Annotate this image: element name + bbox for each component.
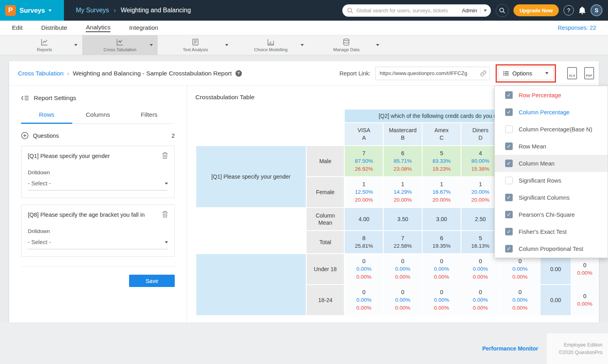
chevron-down-icon[interactable] bbox=[150, 44, 153, 46]
export-pdf-button[interactable]: PDF bbox=[584, 67, 594, 79]
options-menu-item[interactable]: ✓Column Percentage bbox=[495, 104, 608, 121]
options-menu-item-label: Column Mean bbox=[519, 160, 554, 167]
cross-tab-icon bbox=[116, 38, 124, 46]
report-settings-header: Report Settings bbox=[21, 94, 175, 102]
options-menu-item[interactable]: ✓Fisher's Exact Test bbox=[495, 223, 608, 240]
drilldown-select[interactable]: - Select - bbox=[28, 239, 168, 249]
search-button[interactable] bbox=[496, 4, 509, 17]
toolbar-item-cross-tabulation[interactable]: Cross-Tabulation bbox=[82, 35, 158, 55]
chevron-down-icon[interactable] bbox=[376, 44, 379, 46]
tab-columns[interactable]: Columns bbox=[72, 111, 124, 123]
chevron-down-icon bbox=[165, 241, 168, 243]
tab-distribute[interactable]: Distribute bbox=[41, 24, 67, 31]
link-icon[interactable] bbox=[480, 70, 486, 77]
drilldown-select[interactable]: - Select - bbox=[28, 180, 168, 191]
checkbox-checked-icon[interactable]: ✓ bbox=[505, 228, 513, 235]
chevron-down-icon bbox=[165, 183, 168, 185]
product-name: Surveys bbox=[19, 7, 45, 14]
data-cell: 112.50%20.00% bbox=[345, 177, 383, 207]
tab-filters[interactable]: Filters bbox=[124, 111, 175, 123]
options-menu-item[interactable]: ✓Column Mean bbox=[495, 155, 608, 172]
chevron-down-icon bbox=[545, 72, 548, 74]
tab-edit[interactable]: Edit bbox=[12, 24, 23, 31]
options-button-label: Options bbox=[512, 70, 532, 77]
chevron-down-icon[interactable] bbox=[225, 44, 228, 46]
options-menu-item[interactable]: ✓Column Proportional Test bbox=[495, 240, 608, 257]
save-button[interactable]: Save bbox=[129, 275, 175, 287]
performance-monitor-link[interactable]: Performance Monitor bbox=[482, 345, 538, 352]
trash-icon[interactable] bbox=[162, 211, 168, 218]
trash-icon[interactable] bbox=[162, 152, 168, 159]
options-menu-item-label: Pearson's Chi-Square bbox=[519, 212, 575, 218]
column-header: DinersD bbox=[461, 123, 500, 145]
options-menu-item[interactable]: Column Percentage(Base N) bbox=[495, 121, 608, 138]
topbar-actions: Admin Upgrade Now ? S bbox=[342, 4, 608, 17]
chevron-down-icon[interactable] bbox=[301, 44, 304, 46]
data-cell: 00.00%0.00% bbox=[384, 285, 422, 315]
help-icon[interactable]: ? bbox=[564, 5, 574, 15]
toolbar-item-reports[interactable]: Reports bbox=[7, 35, 82, 55]
options-menu-item-label: Column Percentage bbox=[519, 109, 569, 116]
breadcrumb-my-surveys[interactable]: My Surveys bbox=[76, 7, 109, 14]
data-cell: 00.00%0.00% bbox=[423, 254, 461, 284]
chevron-down-icon[interactable] bbox=[74, 44, 77, 46]
tab-analytics[interactable]: Analytics bbox=[86, 24, 110, 32]
checkbox-checked-icon[interactable]: ✓ bbox=[505, 160, 513, 167]
export-xls-button[interactable]: XLS bbox=[567, 67, 577, 79]
breadcrumb-current: Weighting and Balancing bbox=[121, 7, 191, 14]
data-cell: 787.50%26.92% bbox=[345, 146, 383, 176]
collapse-panel-icon[interactable] bbox=[21, 95, 29, 101]
breadcrumb-cross-tabulation-link[interactable]: Cross Tabulation bbox=[18, 70, 64, 77]
tab-rows[interactable]: Rows bbox=[21, 111, 72, 124]
options-menu-item[interactable]: ✓Row Percentage bbox=[495, 87, 608, 104]
checkbox-checked-icon[interactable]: ✓ bbox=[505, 108, 513, 116]
help-icon[interactable]: ? bbox=[235, 70, 242, 77]
options-menu-item-label: Significant Columns bbox=[519, 195, 569, 201]
row-label: Column Mean bbox=[307, 208, 344, 230]
report-link-url[interactable] bbox=[380, 70, 480, 76]
global-search[interactable]: Admin bbox=[342, 4, 491, 17]
options-menu-item-label: Significant Rows bbox=[519, 177, 561, 184]
settings-tabs: Rows Columns Filters bbox=[21, 111, 175, 124]
chevron-down-icon[interactable] bbox=[484, 10, 487, 12]
total-cell: 722.58% bbox=[384, 231, 422, 253]
checkbox-checked-icon[interactable]: ✓ bbox=[505, 245, 513, 252]
options-button[interactable]: Options bbox=[498, 67, 554, 80]
upgrade-button[interactable]: Upgrade Now bbox=[513, 4, 559, 16]
checkbox-checked-icon[interactable]: ✓ bbox=[505, 211, 513, 218]
breadcrumb-separator: › bbox=[67, 70, 69, 77]
total-cell: 825.81% bbox=[345, 231, 383, 253]
options-menu-item[interactable]: ✓Significant Columns bbox=[495, 189, 608, 206]
add-question-icon[interactable] bbox=[21, 132, 29, 139]
toolbar-item-choice-modelling[interactable]: Choice Modelling bbox=[233, 35, 309, 55]
product-switcher[interactable]: P Surveys bbox=[0, 0, 64, 21]
select-value: - Select - bbox=[28, 180, 51, 187]
notifications-bell-icon[interactable] bbox=[579, 6, 586, 14]
toolbar-item-label: Cross-Tabulation bbox=[104, 47, 137, 52]
report-link-field[interactable] bbox=[375, 67, 490, 80]
options-menu-item[interactable]: Significant Rows bbox=[495, 172, 608, 189]
checkbox-checked-icon[interactable]: ✓ bbox=[505, 143, 513, 150]
total-cell: 516.13% bbox=[461, 231, 500, 253]
toolbar-item-label: Choice Modelling bbox=[254, 47, 288, 52]
row-group-label bbox=[196, 254, 306, 315]
toolbar-item-text-analysis[interactable]: Text Analysis bbox=[158, 35, 233, 55]
responses-count[interactable]: Responses: 22 bbox=[558, 25, 596, 31]
column-header: VISAA bbox=[345, 123, 383, 145]
data-cell: 114.29%20.00% bbox=[384, 177, 422, 207]
options-menu-item[interactable]: ✓Pearson's Chi-Square bbox=[495, 206, 608, 223]
checkbox-checked-icon[interactable]: ✓ bbox=[505, 194, 513, 201]
search-input[interactable] bbox=[356, 8, 459, 13]
column-mean-cell: 3.00 bbox=[423, 208, 461, 230]
user-avatar[interactable]: S bbox=[591, 4, 602, 16]
options-list-icon bbox=[503, 71, 509, 76]
search-scope-dropdown[interactable]: Admin bbox=[462, 8, 477, 13]
tab-integration[interactable]: Integration bbox=[129, 24, 158, 31]
checkbox-checked-icon[interactable]: ✓ bbox=[505, 91, 513, 99]
options-menu-item[interactable]: ✓Row Mean bbox=[495, 138, 608, 155]
checkbox-unchecked-icon[interactable] bbox=[505, 125, 513, 133]
row-label: Female bbox=[307, 177, 344, 207]
checkbox-unchecked-icon[interactable] bbox=[505, 177, 513, 184]
questions-label: Questions bbox=[33, 133, 59, 139]
toolbar-item-manage-data[interactable]: Manage Data bbox=[309, 35, 384, 55]
